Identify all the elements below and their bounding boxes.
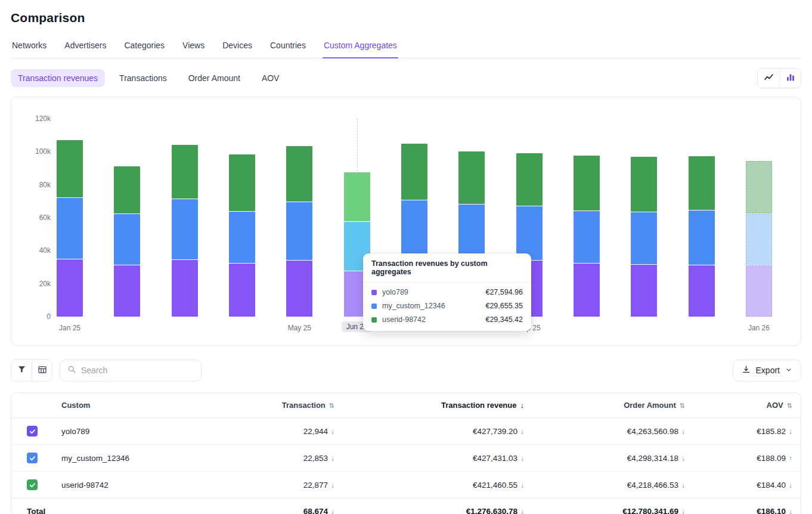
trend-down-icon: ↓ bbox=[681, 507, 685, 514]
bar-jan-26[interactable]: Jan 26 bbox=[746, 119, 772, 317]
metric-tabs: Transaction revenuesTransactionsOrder Am… bbox=[11, 69, 286, 87]
bar-segment-yolo789 bbox=[574, 264, 600, 317]
tab-categories[interactable]: Categories bbox=[123, 35, 166, 58]
metric-tab-aov[interactable]: AOV bbox=[255, 69, 287, 87]
bar-stack bbox=[689, 119, 715, 317]
tab-views[interactable]: Views bbox=[181, 35, 206, 58]
metric-value: €1,276,630.78 bbox=[466, 507, 517, 514]
y-axis-label: 120k bbox=[35, 114, 51, 123]
bar-segment-my-custom-12346 bbox=[516, 206, 543, 260]
metric-cell: €4,263,560.98↓ bbox=[534, 418, 695, 445]
bar-mar-25[interactable] bbox=[172, 119, 198, 317]
trend-down-icon: ↓ bbox=[789, 481, 792, 490]
row-name: userid-98742 bbox=[45, 472, 200, 498]
tab-advertisers[interactable]: Advertisers bbox=[63, 35, 107, 58]
tooltip-series-name: my_custom_12346 bbox=[382, 302, 445, 310]
metric-tab-order-amount[interactable]: Order Amount bbox=[181, 69, 247, 87]
bar-oct-25[interactable] bbox=[574, 119, 600, 317]
search-input[interactable] bbox=[81, 366, 194, 375]
trend-down-icon: ↓ bbox=[681, 481, 685, 490]
bar-segment-my-custom-12346 bbox=[401, 200, 427, 258]
metric-cell: €4,298,314.18↓ bbox=[534, 445, 695, 472]
bar-segment-userid-98742 bbox=[401, 144, 427, 200]
tooltip-series-row: yolo789€27,594.96 bbox=[371, 288, 523, 296]
row-checkbox[interactable] bbox=[27, 426, 38, 436]
trend-down-icon: ↓ bbox=[520, 507, 524, 514]
search-icon bbox=[67, 365, 76, 376]
column-header-custom[interactable]: Custom bbox=[45, 393, 200, 418]
bar-segment-my-custom-12346 bbox=[689, 210, 715, 265]
bar-chart-icon bbox=[786, 73, 795, 84]
metric-value: 68,674 bbox=[303, 507, 328, 514]
bar-segment-yolo789 bbox=[57, 259, 83, 317]
bar-segment-my-custom-12346 bbox=[458, 205, 485, 260]
metric-cell: €4,218,466.53↓ bbox=[534, 472, 695, 498]
metric-value: €184.40 bbox=[757, 481, 786, 490]
bar-feb-25[interactable] bbox=[114, 119, 140, 317]
tab-networks[interactable]: Networks bbox=[11, 35, 48, 58]
sort-icon[interactable]: ⇅ bbox=[329, 402, 334, 409]
tooltip-series-name: yolo789 bbox=[382, 288, 408, 296]
metric-value: €4,298,314.18 bbox=[627, 454, 678, 463]
column-header-label: AOV bbox=[767, 401, 783, 410]
column-header-label: Transaction revenue bbox=[441, 401, 516, 410]
y-axis-label: 20k bbox=[39, 280, 51, 288]
tooltip-series-value: €29,345.42 bbox=[485, 315, 523, 324]
tab-custom-aggregates[interactable]: Custom Aggregates bbox=[323, 35, 398, 58]
bar-dec-25[interactable] bbox=[689, 119, 715, 317]
metric-value: 22,877 bbox=[303, 481, 328, 490]
table-header-row: CustomTransaction⇅Transaction revenue↓Or… bbox=[11, 393, 801, 418]
metric-tab-transaction-revenues[interactable]: Transaction revenues bbox=[11, 69, 105, 87]
trend-down-icon: ↓ bbox=[331, 454, 334, 463]
x-axis-label: May 25 bbox=[288, 324, 311, 332]
bar-segment-userid-98742 bbox=[229, 154, 255, 211]
bar-chart-toggle-button[interactable] bbox=[779, 69, 801, 88]
row-name: my_custom_12346 bbox=[45, 445, 200, 472]
y-axis-label: 0 bbox=[47, 312, 51, 321]
export-button[interactable]: Export bbox=[733, 360, 801, 382]
sort-desc-icon[interactable]: ↓ bbox=[520, 401, 525, 410]
row-checkbox[interactable] bbox=[27, 453, 38, 463]
series-color-swatch bbox=[371, 304, 377, 309]
x-axis-label: Jan 26 bbox=[748, 324, 770, 332]
metric-value: €12,780,341.69 bbox=[622, 507, 678, 514]
metric-tab-transactions[interactable]: Transactions bbox=[112, 69, 174, 87]
metric-cell: 22,853↓ bbox=[200, 445, 344, 472]
sort-icon[interactable]: ⇅ bbox=[787, 402, 792, 409]
bar-nov-25[interactable] bbox=[631, 119, 657, 317]
column-header-order-amount[interactable]: Order Amount⇅ bbox=[534, 393, 695, 418]
bar-segment-my-custom-12346 bbox=[746, 214, 772, 265]
metric-cell: €1,276,630.78↓ bbox=[344, 498, 534, 514]
bar-jan-25[interactable]: Jan 25 bbox=[57, 119, 83, 317]
tooltip-title: Transaction revenues by custom aggregate… bbox=[363, 253, 531, 283]
bar-segment-userid-98742 bbox=[746, 161, 772, 213]
metric-value: €4,218,466.53 bbox=[627, 481, 678, 490]
bar-segment-my-custom-12346 bbox=[631, 212, 657, 264]
tab-countries[interactable]: Countries bbox=[269, 35, 307, 58]
line-chart-toggle-button[interactable] bbox=[758, 69, 779, 88]
tooltip-series-value: €27,594.96 bbox=[485, 288, 523, 296]
trend-down-icon: ↓ bbox=[681, 428, 685, 436]
y-axis-label: 80k bbox=[39, 181, 51, 189]
bar-segment-yolo789 bbox=[114, 265, 140, 317]
bar-segment-yolo789 bbox=[286, 261, 312, 317]
sort-icon[interactable]: ⇅ bbox=[680, 402, 685, 409]
tab-devices[interactable]: Devices bbox=[221, 35, 253, 58]
table-view-button[interactable] bbox=[32, 360, 52, 381]
chart-card: 020k40k60k80k100k120k Jan 25May 25Jun 25… bbox=[11, 97, 801, 346]
bar-may-25[interactable]: May 25 bbox=[286, 119, 312, 317]
bar-segment-my-custom-12346 bbox=[114, 214, 140, 265]
metric-value: €427,739.20 bbox=[473, 427, 517, 436]
metric-value: €188.09 bbox=[757, 454, 786, 463]
column-header-transaction-revenue[interactable]: Transaction revenue↓ bbox=[344, 393, 534, 418]
column-header-label: Transaction bbox=[282, 401, 326, 410]
filter-button[interactable] bbox=[11, 360, 32, 381]
bar-apr-25[interactable] bbox=[229, 119, 255, 317]
checkbox-cell bbox=[11, 445, 45, 472]
table-toolbar: Export bbox=[11, 359, 801, 382]
column-header-transaction[interactable]: Transaction⇅ bbox=[200, 393, 344, 418]
column-header-aov[interactable]: AOV⇅ bbox=[695, 393, 801, 418]
download-icon bbox=[742, 365, 751, 376]
bar-stack bbox=[114, 119, 140, 317]
row-checkbox[interactable] bbox=[27, 479, 38, 490]
